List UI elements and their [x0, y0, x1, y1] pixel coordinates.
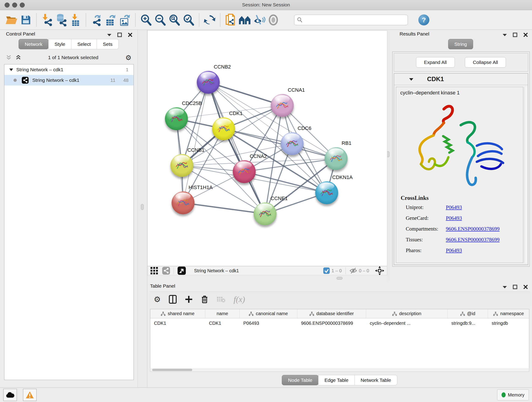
table-cell[interactable]: cyclin–dependent ...	[366, 318, 448, 328]
panel-caret-icon[interactable]	[503, 286, 507, 288]
birdseye-view-icon[interactable]	[177, 267, 186, 275]
tissues-link[interactable]: 9606.ENSP00000378699	[446, 237, 500, 243]
tab-style[interactable]: Style	[48, 39, 71, 49]
import-table-button[interactable]	[68, 13, 82, 27]
right-splitter[interactable]	[387, 30, 389, 281]
network-overview-button[interactable]	[238, 13, 252, 27]
network-node-CDK1[interactable]	[212, 117, 235, 140]
table-cell[interactable]: CDK1	[205, 318, 240, 328]
table-options-gear-icon[interactable]: ⚙	[154, 295, 161, 304]
zoom-selected-button[interactable]	[181, 13, 196, 27]
float-panel-icon[interactable]	[513, 285, 517, 289]
panel-caret-icon[interactable]	[107, 33, 111, 36]
table-cell[interactable]: stringdb:9...	[448, 318, 488, 328]
collapse-all-button[interactable]: Collapse All	[465, 57, 506, 68]
network-node-CDKN1A[interactable]	[315, 181, 338, 204]
network-canvas[interactable]: CCNB2CCNA1CDC25BCDK1CDC6RB1CCNB1CCNA2CDK…	[147, 31, 387, 266]
horizontal-splitter-handle[interactable]	[336, 277, 342, 280]
warnings-button[interactable]	[23, 389, 37, 401]
help-button[interactable]: ?	[418, 14, 429, 26]
zoom-out-button[interactable]	[153, 13, 167, 27]
expand-all-button[interactable]: Expand All	[416, 57, 455, 68]
column-header-database-identifier[interactable]: database identifier	[298, 309, 366, 318]
refresh-layout-button[interactable]	[203, 13, 217, 27]
gene-header-row[interactable]: CDK1	[394, 74, 528, 85]
show-columns-icon[interactable]	[169, 295, 177, 304]
import-database-button[interactable]	[54, 13, 68, 27]
network-collection-row[interactable]: String Network – cdk1 1	[4, 64, 133, 75]
network-node-HIST1H1A[interactable]	[172, 191, 195, 214]
float-panel-icon[interactable]	[117, 32, 122, 37]
selected-checkbox-icon[interactable]	[323, 268, 330, 274]
column-header-name[interactable]: name	[205, 309, 240, 318]
column-header-namespace[interactable]: namespace	[488, 309, 529, 318]
network-node-CCNB2[interactable]	[197, 71, 220, 94]
cloud-status-button[interactable]	[3, 389, 17, 401]
splitter-handle[interactable]	[141, 204, 144, 210]
collapse-all-icon[interactable]	[6, 55, 12, 60]
float-panel-icon[interactable]	[513, 32, 517, 37]
table-row[interactable]: CDK1CDK1P064939606.ENSP00000378699cyclin…	[150, 318, 529, 328]
network-row[interactable]: String Network – cdk1 11 48	[4, 75, 133, 85]
table-hscrollbar[interactable]	[150, 368, 529, 372]
tab-network[interactable]: Network	[19, 39, 49, 49]
network-options-gear-icon[interactable]: ⚙	[125, 54, 132, 62]
tab-sets[interactable]: Sets	[97, 39, 119, 49]
expand-all-icon[interactable]	[16, 55, 21, 60]
close-panel-icon[interactable]	[523, 285, 528, 289]
network-edge-CCNB2-CCNE1[interactable]	[208, 82, 265, 214]
network-node-CCNE1[interactable]	[254, 202, 277, 225]
add-column-icon[interactable]	[185, 295, 193, 303]
genecard-link[interactable]: P06493	[446, 215, 462, 221]
left-splitter[interactable]	[138, 30, 147, 387]
tab-edge-table[interactable]: Edge Table	[318, 375, 355, 385]
zoom-in-button[interactable]	[139, 13, 153, 27]
tab-network-table[interactable]: Network Table	[355, 375, 397, 385]
export-image-button[interactable]	[118, 13, 132, 27]
scrollbar-thumb[interactable]	[152, 369, 192, 371]
table-cell[interactable]: CDK1	[150, 318, 205, 328]
compartments-link[interactable]: 9606.ENSP00000378699	[446, 226, 500, 232]
network-edge-HIST1H1A-CCNE1[interactable]	[183, 203, 265, 214]
column-header-description[interactable]: description	[366, 309, 448, 318]
table-cell[interactable]: 9606.ENSP00000378699	[298, 318, 366, 328]
show-eye-button[interactable]	[266, 13, 280, 27]
string-view-icon[interactable]	[162, 267, 170, 274]
save-session-button[interactable]	[19, 13, 33, 27]
tab-select[interactable]: Select	[71, 39, 97, 49]
gene-expander-icon[interactable]	[409, 78, 413, 81]
search-input[interactable]	[303, 17, 405, 23]
memory-button[interactable]: Memory	[497, 389, 529, 400]
network-node-CCNA1[interactable]	[271, 94, 294, 117]
uniprot-link[interactable]: P06493	[446, 204, 462, 211]
network-node-CDC6[interactable]	[281, 132, 304, 155]
close-panel-icon[interactable]	[128, 32, 133, 37]
copy-document-button[interactable]	[224, 13, 238, 27]
close-panel-icon[interactable]	[523, 32, 528, 37]
column-header-shared-name[interactable]: shared name	[150, 309, 205, 318]
export-network-button[interactable]	[89, 13, 104, 27]
results-scrollbar[interactable]	[524, 87, 527, 263]
hidden-eye-icon[interactable]	[349, 267, 357, 274]
table-cell[interactable]: stringdb	[488, 318, 529, 328]
open-session-button[interactable]	[5, 13, 19, 27]
network-node-RB1[interactable]	[325, 147, 348, 170]
tab-string-results[interactable]: String	[448, 39, 473, 49]
column-header--id[interactable]: @id	[448, 309, 488, 318]
hide-details-button[interactable]	[252, 13, 266, 27]
network-node-CCNB1[interactable]	[171, 154, 193, 177]
network-node-CCNA2[interactable]	[233, 160, 256, 183]
tree-expander-icon[interactable]	[9, 69, 13, 71]
delete-column-icon[interactable]	[201, 295, 208, 304]
export-table-button[interactable]	[104, 13, 118, 27]
network-node-CDC25B[interactable]	[165, 107, 188, 130]
pan-crosshair-icon[interactable]	[375, 266, 384, 275]
table-cell[interactable]: P06493	[240, 318, 298, 328]
column-header-canonical-name[interactable]: canonical name	[240, 309, 298, 318]
import-network-button[interactable]	[40, 13, 54, 27]
panel-caret-icon[interactable]	[503, 33, 507, 36]
pharos-link[interactable]: P06493	[446, 248, 462, 254]
grid-view-icon[interactable]	[150, 267, 158, 274]
tab-node-table[interactable]: Node Table	[282, 375, 318, 385]
zoom-fit-button[interactable]	[167, 13, 181, 27]
